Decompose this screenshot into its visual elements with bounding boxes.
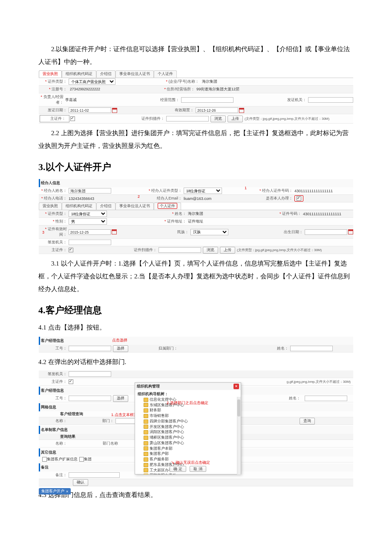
tab-intro[interactable]: 介绍信 [96, 202, 115, 210]
lbl-cert-type2: 证件类型： [39, 210, 69, 217]
inp-emp-id[interactable] [69, 346, 111, 351]
inp-xm[interactable] [305, 396, 347, 401]
calendar-icon[interactable] [239, 108, 244, 113]
lbl-dept: 归属部门： [128, 345, 179, 352]
tab-institution-cert[interactable]: 事业单位法人证书 [115, 70, 154, 78]
tree-node[interactable]: 财务部 [138, 408, 238, 413]
tab-biz-license[interactable]: 营业执照 [39, 202, 62, 210]
file-hint: (文件类型：jpg,gif,jpeg,png,bmp,文件大小不超过：30M) [245, 116, 329, 121]
btn-upload2[interactable]: 上传 [220, 247, 235, 254]
inp-name3[interactable] [290, 346, 333, 351]
lbl-scan: 证件扫描件： [75, 115, 166, 122]
lbl-issue-date: 发证日期： [39, 107, 69, 114]
close-icon[interactable]: × [66, 489, 68, 494]
sel-handler-cert-type[interactable]: 18位身份证 [184, 188, 222, 194]
lbl-bz: 备注： [39, 471, 69, 479]
tree-node[interactable]: 埇桥区集团客户中心 [138, 435, 238, 440]
tab-personal[interactable]: 个人证件 [154, 202, 181, 210]
inp-issuer[interactable] [308, 97, 353, 103]
lbl-handler-phone: 经办人电话： [39, 195, 69, 202]
chk-main-cert2[interactable] [69, 248, 73, 252]
lbl-zz: 主证件： [39, 378, 69, 385]
close-icon[interactable]: × [233, 384, 239, 389]
val-enterprise-name: 海尔集团 [201, 79, 337, 84]
lbl-main-cert: 主证件： [40, 115, 69, 122]
dialog-title: 组织机构管理 [137, 384, 160, 389]
tree-node[interactable]: 集团客户部 [138, 451, 238, 457]
tree-node[interactable]: 集团客户本部 [138, 446, 238, 451]
inp-handler-name[interactable]: 海尔集团 [69, 188, 111, 194]
sel-nation[interactable]: 汉族 [190, 229, 229, 235]
btn-upload[interactable]: 上传 [228, 116, 243, 122]
lbl-valid-until: 有效期至： [117, 107, 196, 114]
tree-node[interactable]: 涡阳区集团客户中心 [138, 429, 238, 435]
lbl-scope: 经营范围： [106, 96, 181, 104]
lbl-birth: 出生日期： [228, 228, 305, 236]
file-hint2: (文件类型：jpg,gif,jpeg,png,bmp,文件大小不超过：30M) [237, 248, 322, 252]
btn-browse2[interactable]: 浏览 [203, 247, 218, 254]
tab-intro-letter[interactable]: 介绍信 [96, 70, 115, 78]
tree-node[interactable]: 市场销售部 [138, 413, 238, 419]
tree-node[interactable]: 开发区集团客户中心 [138, 424, 238, 430]
lbl-emp-id: 工号： [39, 345, 69, 352]
inp-scan2[interactable] [159, 247, 201, 253]
calendar-icon[interactable] [112, 108, 117, 113]
btn-dialog-cancel[interactable]: 取 消 [190, 466, 206, 472]
anno-1: 1 [245, 186, 247, 190]
box-self-handle [294, 195, 303, 202]
chk-grp[interactable] [79, 457, 84, 462]
lbl-main-cert2: 主证件： [39, 246, 69, 254]
tab-inst-cert[interactable]: 事业单位法人证书 [115, 202, 154, 210]
inp-birth[interactable] [305, 229, 347, 235]
chk-ext[interactable] [42, 457, 47, 462]
val-cert-addr: 证件地址 [188, 219, 203, 224]
btn-browse[interactable]: 浏览 [210, 116, 226, 122]
tab-org-code[interactable]: 组织机构代码证 [62, 70, 96, 78]
inp-valid-time[interactable]: 2015-12-25 [69, 229, 111, 235]
btn-confirm[interactable]: 确认 [73, 479, 88, 486]
inp-scope[interactable] [181, 97, 233, 103]
inp-fz[interactable] [69, 371, 111, 377]
tree-root-label: 组织机构导航树： [138, 391, 238, 397]
tab-org-code[interactable]: 组织机构代码证 [62, 202, 96, 210]
lbl-mc: 名称： [39, 417, 69, 425]
inp-bz[interactable] [69, 472, 120, 478]
chk-zz[interactable] [69, 379, 73, 384]
val-name: 海尔集团 [188, 211, 226, 217]
sel-gender[interactable]: 男 [69, 218, 107, 225]
tab-group-open[interactable]: 集团客户开户× [39, 488, 71, 494]
tab-personal-cert[interactable]: 个人证件 [154, 70, 177, 78]
sel-cert-type2[interactable]: 18位身份证 [69, 211, 107, 217]
btn-query[interactable]: 查询 [300, 418, 315, 425]
inp-valid-until[interactable]: 2013-12-26 [196, 107, 238, 113]
btn-dialog-ok[interactable]: 确 定 [170, 466, 186, 472]
sel-cert-type[interactable]: 个体工商户营业执照 [69, 78, 115, 85]
heading-4: 4.客户经理信息 [38, 304, 354, 317]
inp-issue-date[interactable]: 2011-11-02 [69, 107, 111, 113]
inp-issuer2[interactable] [69, 240, 111, 245]
lbl-cert-no: 证件号码： [226, 210, 303, 217]
heading-3: 3.以个人证件开户 [38, 161, 354, 173]
inp-scan[interactable] [166, 116, 209, 121]
scrollbar[interactable] [237, 397, 241, 474]
lbl-handler-name: 经办人姓名： [39, 187, 69, 194]
val-address: 99街道海尔集团大厦12层 [196, 87, 239, 92]
anno-3t: ↘ 确认无误后点击确定 [171, 460, 210, 465]
lbl-handler-cert-no: 经办人证件号码： [222, 187, 294, 194]
lbl-cert-type: 证件类型： [39, 78, 69, 85]
section-manager: 客户经理信息 [39, 337, 353, 345]
chk-self-handle[interactable] [297, 196, 301, 201]
inp-bm[interactable] [115, 418, 137, 424]
tree-node[interactable]: 萧山区集团客户中心 [138, 440, 238, 446]
tab-business-license[interactable]: 营业执照 [39, 70, 62, 78]
lbl-address: 住所/经营场所： [111, 86, 196, 93]
chk-main-cert[interactable] [70, 116, 75, 121]
tree-node[interactable]: 四牌分部集团客户中心 [138, 419, 238, 424]
calendar-icon[interactable] [348, 229, 353, 234]
inp-gh[interactable] [69, 396, 111, 401]
para-4-1: 4.1 点击【选择】按钮。 [38, 321, 354, 334]
calendar-icon[interactable] [112, 229, 117, 234]
btn-sel4[interactable]: 选择 [113, 395, 128, 402]
para-4-2: 4.2 在弹出的对话框中选择部门. [38, 356, 354, 368]
btn-select[interactable]: 选择 [113, 345, 128, 352]
